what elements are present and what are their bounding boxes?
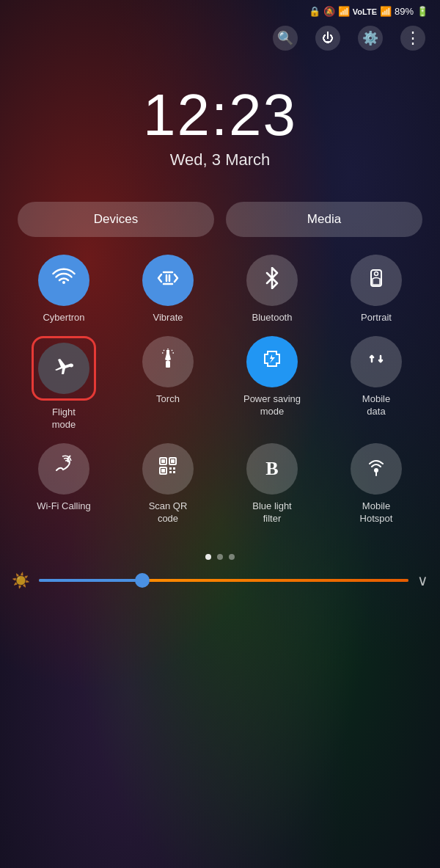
qs-item-scan-qr[interactable]: Scan QRcode	[128, 443, 208, 525]
vibrate-icon	[156, 266, 180, 295]
search-icon: 🔍	[277, 30, 293, 46]
blue-light-icon: B	[265, 458, 278, 480]
blue-light-circle: B	[246, 443, 298, 495]
wifi-calling-icon	[52, 454, 76, 483]
brightness-fill-orange	[142, 579, 408, 582]
search-button[interactable]: 🔍	[273, 26, 298, 51]
flight-highlight	[32, 336, 96, 401]
devices-tab[interactable]: Devices	[18, 202, 214, 237]
qs-row-2: Flightmode	[12, 336, 428, 431]
quick-settings-panel: Cybertron Vibr	[0, 249, 440, 542]
dot-2	[217, 554, 223, 560]
battery-icon: 🔋	[417, 6, 428, 17]
brightness-fill-blue	[39, 579, 142, 582]
svg-line-8	[164, 350, 164, 351]
vibrate-label: Vibrate	[153, 312, 183, 324]
qs-item-hotspot[interactable]: MobileHotspot	[336, 443, 417, 525]
qr-icon	[156, 454, 180, 483]
svg-line-9	[172, 350, 172, 351]
hotspot-icon	[364, 454, 388, 483]
flight-label: Flightmode	[52, 406, 76, 431]
qs-item-bluetooth[interactable]: Bluetooth	[232, 255, 312, 324]
scan-qr-circle	[142, 443, 194, 495]
settings-button[interactable]: ⚙️	[358, 26, 383, 51]
vibrate-circle	[142, 255, 194, 306]
power-icon: ⏻	[322, 32, 334, 45]
qs-item-flight[interactable]: Flightmode	[23, 336, 104, 431]
qs-item-mobile-data[interactable]: Mobiledata	[336, 336, 417, 418]
qs-item-portrait[interactable]: Portrait	[336, 255, 417, 324]
wifi-status-icon: 📶	[338, 6, 350, 17]
wifi-circle	[38, 255, 89, 306]
power-button[interactable]: ⏻	[315, 26, 340, 51]
power-saving-circle	[246, 336, 298, 387]
page-dots	[0, 542, 440, 566]
qs-item-vibrate[interactable]: Vibrate	[128, 255, 208, 324]
power-saving-icon	[260, 347, 284, 376]
torch-icon	[157, 348, 179, 375]
brightness-thumb[interactable]	[135, 573, 150, 588]
wifi-label: Cybertron	[43, 312, 84, 324]
clock-time: 12:23	[143, 86, 297, 145]
media-tab[interactable]: Media	[226, 202, 422, 237]
brightness-icon: ☀️	[12, 572, 30, 589]
wifi-icon	[52, 266, 76, 295]
brightness-chevron[interactable]: ∨	[417, 572, 428, 589]
blue-light-label: Blue lightfilter	[252, 500, 291, 525]
power-saving-label: Power savingmode	[243, 393, 301, 418]
gear-icon: ⚙️	[362, 30, 378, 46]
status-icons: 🔒 🔕 📶 VoLTE 📶 89% 🔋	[309, 6, 428, 17]
main-content: 🔒 🔕 📶 VoLTE 📶 89% 🔋 🔍 ⏻ ⚙️ ⋮ 12:23 Wed, …	[0, 0, 440, 868]
volte-icon: VoLTE	[353, 7, 377, 16]
signal-icon: 📶	[380, 6, 392, 17]
more-button[interactable]: ⋮	[400, 26, 425, 51]
mobile-data-icon	[364, 347, 388, 376]
lock-icon: 🔒	[309, 6, 320, 17]
tab-buttons: Devices Media	[0, 184, 440, 249]
svg-rect-19	[173, 467, 175, 470]
bluetooth-label: Bluetooth	[252, 312, 293, 324]
clock-section: 12:23 Wed, 3 March	[0, 56, 440, 184]
mobile-data-circle	[351, 336, 402, 387]
svg-rect-20	[169, 471, 172, 473]
qs-item-power-saving[interactable]: Power savingmode	[232, 336, 312, 418]
bluetooth-circle	[246, 255, 298, 306]
flight-icon	[52, 354, 76, 382]
dot-1	[205, 554, 211, 560]
portrait-icon	[365, 267, 387, 294]
svg-rect-18	[169, 467, 172, 470]
torch-circle	[142, 336, 194, 387]
torch-label: Torch	[156, 393, 180, 406]
hotspot-label: MobileHotspot	[360, 500, 393, 525]
svg-rect-17	[161, 469, 165, 473]
qs-row-3: Wi-Fi Calling	[12, 443, 428, 525]
svg-rect-21	[173, 471, 175, 473]
brightness-track[interactable]	[39, 579, 408, 582]
svg-rect-13	[161, 459, 165, 463]
qs-item-blue-light[interactable]: B Blue lightfilter	[232, 443, 312, 525]
dot-3	[229, 554, 235, 560]
hotspot-circle	[351, 443, 402, 495]
top-actions-bar: 🔍 ⏻ ⚙️ ⋮	[0, 20, 440, 56]
battery-percentage: 89%	[395, 6, 414, 17]
qs-item-wifi-calling[interactable]: Wi-Fi Calling	[23, 443, 104, 513]
qs-row-1: Cybertron Vibr	[12, 255, 428, 324]
flight-circle	[38, 343, 89, 394]
mute-icon: 🔕	[323, 6, 335, 17]
svg-point-5	[375, 271, 378, 275]
wifi-calling-circle	[38, 443, 89, 495]
more-icon: ⋮	[405, 29, 421, 48]
bluetooth-icon	[261, 267, 283, 294]
brightness-bar: ☀️ ∨	[0, 566, 440, 598]
svg-rect-15	[171, 459, 175, 463]
qs-item-torch[interactable]: Torch	[128, 336, 208, 406]
portrait-label: Portrait	[361, 312, 392, 324]
svg-rect-6	[166, 361, 170, 368]
status-bar: 🔒 🔕 📶 VoLTE 📶 89% 🔋	[0, 0, 440, 20]
scan-qr-label: Scan QRcode	[149, 500, 188, 525]
wifi-calling-label: Wi-Fi Calling	[37, 500, 91, 513]
portrait-circle	[351, 255, 402, 306]
mobile-data-label: Mobiledata	[362, 393, 390, 418]
qs-item-wifi[interactable]: Cybertron	[23, 255, 104, 324]
clock-date: Wed, 3 March	[170, 150, 271, 169]
